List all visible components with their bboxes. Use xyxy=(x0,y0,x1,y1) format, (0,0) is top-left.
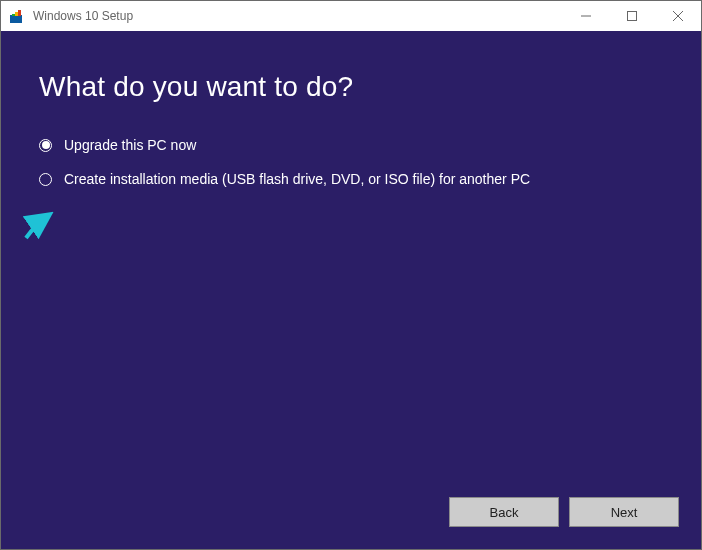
svg-rect-1 xyxy=(12,14,15,16)
next-button[interactable]: Next xyxy=(569,497,679,527)
radio-icon xyxy=(39,173,52,186)
window-controls xyxy=(563,1,701,31)
svg-rect-0 xyxy=(10,15,22,23)
app-icon xyxy=(9,8,25,24)
minimize-button[interactable] xyxy=(563,1,609,31)
options-group: Upgrade this PC now Create installation … xyxy=(39,137,663,187)
svg-rect-2 xyxy=(15,12,18,16)
maximize-button[interactable] xyxy=(609,1,655,31)
titlebar: Windows 10 Setup xyxy=(1,1,701,31)
arrow-annotation-icon xyxy=(23,211,59,245)
svg-rect-5 xyxy=(628,12,637,21)
option-label: Upgrade this PC now xyxy=(64,137,196,153)
option-label: Create installation media (USB flash dri… xyxy=(64,171,530,187)
svg-rect-3 xyxy=(18,10,21,16)
radio-icon xyxy=(39,139,52,152)
back-button[interactable]: Back xyxy=(449,497,559,527)
setup-window: Windows 10 Setup What do you want to do?… xyxy=(0,0,702,550)
option-upgrade-now[interactable]: Upgrade this PC now xyxy=(39,137,663,153)
option-create-media[interactable]: Create installation media (USB flash dri… xyxy=(39,171,663,187)
close-button[interactable] xyxy=(655,1,701,31)
footer-buttons: Back Next xyxy=(449,497,679,527)
window-title: Windows 10 Setup xyxy=(33,9,563,23)
page-heading: What do you want to do? xyxy=(39,71,663,103)
content-pane: What do you want to do? Upgrade this PC … xyxy=(1,31,701,549)
